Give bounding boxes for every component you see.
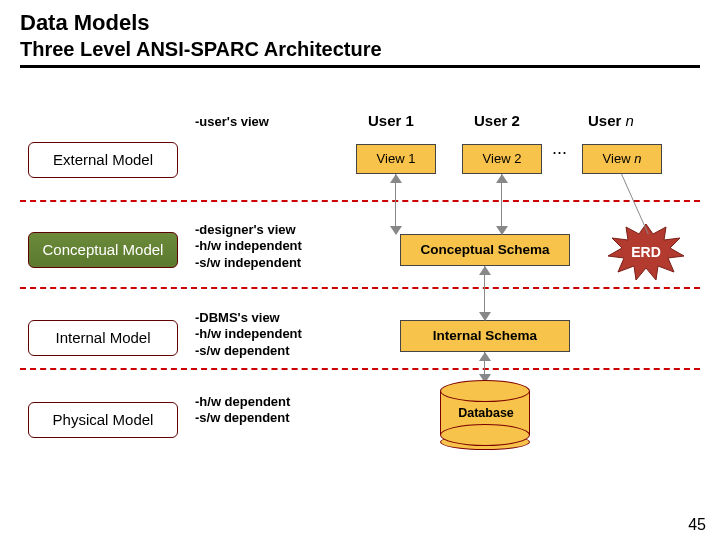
arrow-head-up xyxy=(390,174,402,183)
database-label: Database xyxy=(446,406,526,420)
arrow-shaft xyxy=(501,174,502,234)
slide-subtitle: Three Level ANSI-SPARC Architecture xyxy=(20,38,700,61)
user-label: User 2 xyxy=(474,112,520,129)
view-n-var: n xyxy=(634,151,641,166)
conceptual-model-box: Conceptual Model xyxy=(28,232,178,268)
level-divider xyxy=(20,287,700,289)
view-box: View 1 xyxy=(356,144,436,174)
internal-schema-box: Internal Schema xyxy=(400,320,570,352)
page-number: 45 xyxy=(688,516,706,534)
arrow-head-up xyxy=(479,266,491,275)
view-box: View 2 xyxy=(462,144,542,174)
arrow-head-up xyxy=(496,174,508,183)
conceptual-schema-box: Conceptual Schema xyxy=(400,234,570,266)
user-label: User n xyxy=(588,112,634,129)
level-divider xyxy=(20,200,700,202)
slide-header: Data Models Three Level ANSI-SPARC Archi… xyxy=(0,0,720,72)
arrow-head-down xyxy=(479,312,491,321)
view-box: View n xyxy=(582,144,662,174)
user-n-prefix: User xyxy=(588,112,626,129)
external-model-desc: -user's view xyxy=(195,114,340,130)
ellipsis: ... xyxy=(552,138,567,159)
level-divider xyxy=(20,368,700,370)
header-rule xyxy=(20,65,700,68)
diagram-canvas: External Model Conceptual Model Internal… xyxy=(0,82,720,512)
arrow-head-down xyxy=(390,226,402,235)
arrow-shaft xyxy=(395,174,396,234)
internal-model-box: Internal Model xyxy=(28,320,178,356)
conceptual-model-desc: -designer's view -h/w independent -s/w i… xyxy=(195,222,340,271)
physical-model-desc: -h/w dependent -s/w dependent xyxy=(195,394,340,427)
arrow-head-up xyxy=(479,352,491,361)
user-label: User 1 xyxy=(368,112,414,129)
slide-title: Data Models xyxy=(20,10,700,36)
erd-label: ERD xyxy=(631,244,661,260)
external-model-box: External Model xyxy=(28,142,178,178)
arrow-head-down xyxy=(496,226,508,235)
physical-model-box: Physical Model xyxy=(28,402,178,438)
internal-model-desc: -DBMS's view -h/w independent -s/w depen… xyxy=(195,310,340,359)
user-n-var: n xyxy=(626,112,634,129)
view-n-prefix: View xyxy=(603,151,635,166)
